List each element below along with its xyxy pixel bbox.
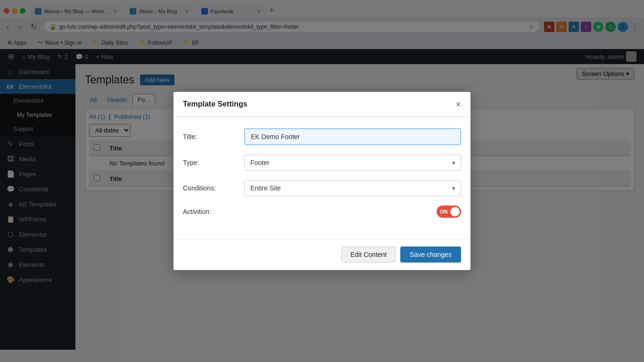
type-select[interactable]: Header Footer Mega Menu Block: [244, 155, 461, 171]
modal-close-button[interactable]: ×: [455, 99, 461, 109]
toggle-slider: ON: [437, 206, 461, 218]
modal-body: Title: Type: Header Footer Mega Menu Blo…: [173, 117, 471, 239]
modal-title: Template Settings: [183, 100, 248, 108]
edit-content-button[interactable]: Edit Content: [341, 247, 396, 263]
conditions-field-label: Conditions:: [183, 184, 244, 192]
conditions-form-row: Conditions: Entire Site Specific Page Sp…: [183, 180, 461, 196]
type-field-control: Header Footer Mega Menu Block: [244, 155, 461, 171]
save-changes-button[interactable]: Save changes: [400, 247, 461, 263]
modal-header: Template Settings ×: [173, 92, 471, 117]
template-settings-modal: Template Settings × Title: Type: Header …: [173, 92, 471, 270]
conditions-field-control: Entire Site Specific Page Specific Post: [244, 180, 461, 196]
toggle-wrapper: ON: [244, 206, 461, 218]
modal-overlay[interactable]: Template Settings × Title: Type: Header …: [0, 0, 644, 362]
activation-form-row: Activition: ON: [183, 206, 461, 218]
toggle-on-label: ON: [440, 209, 448, 214]
activation-field-control: ON: [244, 206, 461, 218]
activation-field-label: Activition:: [183, 208, 244, 215]
title-form-row: Title:: [183, 128, 461, 145]
title-input[interactable]: [244, 128, 461, 145]
title-field-label: Title:: [183, 133, 244, 140]
conditions-select[interactable]: Entire Site Specific Page Specific Post: [244, 180, 461, 196]
type-form-row: Type: Header Footer Mega Menu Block: [183, 155, 461, 171]
type-field-label: Type:: [183, 159, 244, 166]
title-field-control: [244, 128, 461, 145]
modal-footer: Edit Content Save changes: [173, 239, 471, 270]
activation-toggle[interactable]: ON: [437, 206, 461, 218]
